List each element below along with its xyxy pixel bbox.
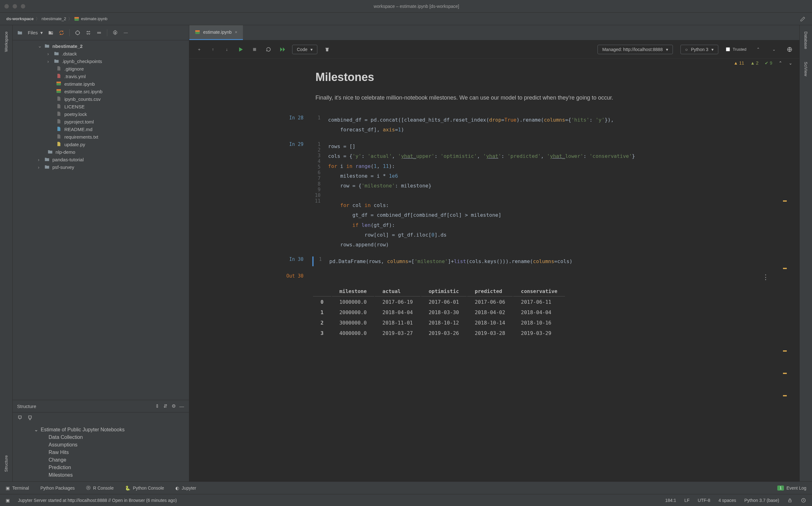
minimize-panel-icon[interactable]: — <box>123 30 129 35</box>
structure-root[interactable]: ⌄ Estimate of Public Jupyter Notebooks <box>17 426 185 433</box>
tab-label: R Console <box>93 486 114 491</box>
chevron-down-icon[interactable]: ⌄ <box>770 46 778 54</box>
collapse-icon[interactable]: ⇵ <box>162 403 168 409</box>
expand-icon[interactable] <box>85 30 91 35</box>
tree-file[interactable]: poetry.lock <box>13 110 189 118</box>
close-window-button[interactable] <box>4 4 9 8</box>
cell-type-select[interactable]: Code ▾ <box>292 45 317 54</box>
tree-file[interactable]: update.py <box>13 141 189 148</box>
sciview-tab[interactable]: SciView <box>804 59 808 79</box>
stripe-mark[interactable] <box>783 350 787 352</box>
gear-icon[interactable] <box>112 30 118 35</box>
database-tab[interactable]: Database <box>804 28 808 52</box>
stripe-mark[interactable] <box>783 395 787 396</box>
files-dropdown[interactable]: Files ▾ <box>28 30 43 35</box>
tree-file[interactable]: ipynb_counts.csv <box>13 95 189 103</box>
target-icon[interactable] <box>75 30 80 35</box>
python-packages-tab[interactable]: Python Packages <box>41 486 75 491</box>
run-cell-button[interactable] <box>236 46 245 54</box>
workspace-tab[interactable]: Workspace <box>4 28 8 55</box>
indent-setting[interactable]: 4 spaces <box>718 498 736 503</box>
memory-indicator-icon[interactable] <box>801 498 806 503</box>
collapse-icon[interactable] <box>96 30 102 35</box>
tree-file[interactable]: requirements.txt <box>13 133 189 141</box>
tree-file[interactable]: estimate.src.ipynb <box>13 88 189 95</box>
tree-file[interactable]: .gitignore <box>13 65 189 73</box>
maximize-window-button[interactable] <box>21 4 25 8</box>
lock-icon[interactable] <box>788 498 793 503</box>
trusted-checkbox[interactable]: Trusted <box>726 47 746 52</box>
tree-file[interactable]: README.md <box>13 125 189 133</box>
cell: 2019-03-26 <box>421 328 467 338</box>
gear-icon[interactable]: ⚙ <box>171 403 176 409</box>
pin-icon[interactable] <box>17 415 23 421</box>
warning-icon[interactable]: ▲ 11 <box>734 61 744 66</box>
minimize-panel-icon[interactable]: — <box>179 403 185 409</box>
ok-icon[interactable]: ✔ 9 <box>765 61 772 66</box>
tree-folder-root[interactable]: ⌄ nbestimate_2 <box>13 42 189 50</box>
minimize-window-button[interactable] <box>13 4 17 8</box>
breadcrumb-file[interactable]: estimate.ipynb <box>81 16 108 21</box>
structure-item[interactable]: Change <box>17 456 185 464</box>
chevron-up-icon[interactable]: ⌃ <box>779 61 782 66</box>
event-log[interactable]: 1 Event Log <box>777 486 806 491</box>
interpreter[interactable]: Python 3.7 (base) <box>744 498 779 503</box>
r-console-tab[interactable]: ⓇR Console <box>86 485 114 491</box>
table-header: actual <box>375 286 420 297</box>
tree-folder[interactable]: nlp-demo <box>13 148 189 156</box>
expand-icon[interactable]: ⇕ <box>154 403 160 409</box>
code-cell-28[interactable]: In 28 1 combined_df = pd.concat([cleaned… <box>202 115 787 135</box>
add-cell-button[interactable]: ＋ <box>195 46 203 54</box>
tree-file[interactable]: LICENSE <box>13 103 189 110</box>
stripe-mark[interactable] <box>783 373 787 374</box>
edit-icon[interactable] <box>800 16 806 22</box>
delete-cell-button[interactable] <box>323 46 331 54</box>
structure-tab[interactable]: Structure <box>4 452 8 475</box>
move-down-button[interactable]: ↓ <box>223 46 231 54</box>
chevron-down-icon[interactable]: ⌄ <box>789 61 793 66</box>
structure-body: ⌄ Estimate of Public Jupyter Notebooks D… <box>13 423 189 482</box>
chevron-up-icon[interactable]: ⌃ <box>754 46 762 54</box>
line-ending[interactable]: LF <box>684 498 689 503</box>
breadcrumb-root[interactable]: ds-workspace <box>6 16 34 21</box>
encoding[interactable]: UTF-8 <box>698 498 710 503</box>
breadcrumb-item[interactable]: nbestimate_2 <box>42 16 66 21</box>
restart-button[interactable] <box>264 46 273 54</box>
structure-item[interactable]: Raw Hits <box>17 449 185 456</box>
link-icon[interactable] <box>27 415 33 421</box>
refresh-icon[interactable] <box>59 30 64 35</box>
tree-folder[interactable]: › .ipynb_checkpoints <box>13 57 189 65</box>
code-cell-30[interactable]: In 30 1 pd.DataFrame(rows, columns=['mil… <box>202 256 787 266</box>
structure-item[interactable]: Milestones <box>17 471 185 479</box>
trusted-input[interactable] <box>726 47 730 51</box>
tree-folder[interactable]: › .dstack <box>13 50 189 57</box>
more-icon[interactable]: ⋮ <box>762 273 769 281</box>
code-cell-29[interactable]: In 29 1234567891011 rows = [] cols = {'y… <box>202 142 787 250</box>
structure-item[interactable]: Data Collection <box>17 433 185 441</box>
jupyter-tab[interactable]: ◐Jupyter <box>176 486 196 491</box>
tree-file[interactable]: pyproject.toml <box>13 118 189 125</box>
terminal-tab[interactable]: ▣Terminal <box>6 486 29 491</box>
structure-item[interactable]: Prediction <box>17 464 185 471</box>
weak-warning-icon[interactable]: ▲ 2 <box>750 61 759 66</box>
move-up-button[interactable]: ↑ <box>209 46 217 54</box>
python-console-tab[interactable]: 🐍Python Console <box>125 486 164 491</box>
cursor-position[interactable]: 184:1 <box>665 498 676 503</box>
stripe-mark[interactable] <box>783 268 787 269</box>
structure-item[interactable]: Assumptions <box>17 441 185 449</box>
tree-folder[interactable]: ›pandas-tutorial <box>13 156 189 163</box>
tree-folder[interactable]: ›psf-survey <box>13 163 189 171</box>
kernel-select[interactable]: ○ Python 3 ▾ <box>680 45 719 54</box>
tree-file[interactable]: .travis.yml <box>13 73 189 80</box>
globe-icon[interactable] <box>786 46 794 54</box>
tab-estimate[interactable]: estimate.ipynb × <box>189 25 243 40</box>
run-all-button[interactable] <box>278 46 286 54</box>
new-folder-icon[interactable] <box>48 30 54 35</box>
close-tab-icon[interactable]: × <box>235 29 237 35</box>
stop-button[interactable] <box>251 46 259 54</box>
code-line: if len(gt_df): <box>325 220 787 230</box>
event-count: 1 <box>777 486 784 491</box>
tree-file[interactable]: estimate.ipynb <box>13 80 189 88</box>
stripe-mark[interactable] <box>783 200 787 202</box>
managed-server-select[interactable]: Managed: http://localhost:8888 ▾ <box>598 45 673 54</box>
